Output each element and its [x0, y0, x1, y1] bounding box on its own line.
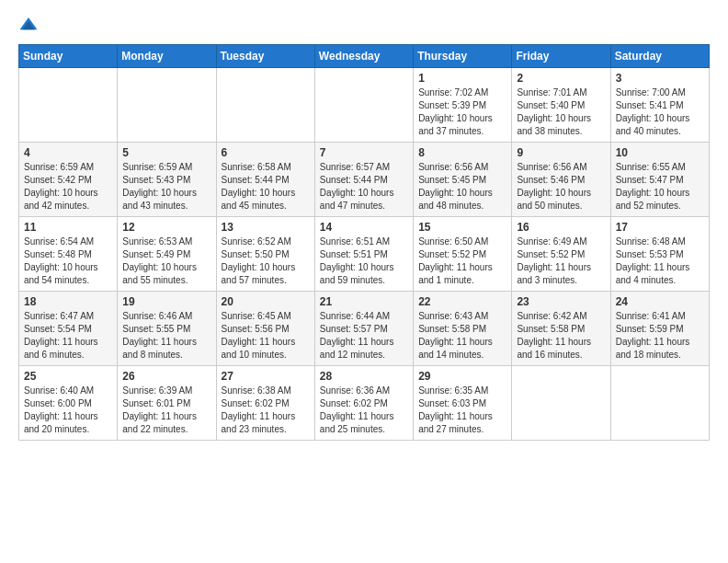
weekday-header-cell: Tuesday [216, 45, 314, 68]
day-info: Sunrise: 7:02 AM Sunset: 5:39 PM Dayligh… [418, 86, 506, 138]
day-number: 26 [122, 370, 210, 383]
day-number: 4 [24, 146, 112, 159]
day-info: Sunrise: 6:59 AM Sunset: 5:42 PM Dayligh… [24, 161, 112, 213]
calendar-cell: 18Sunrise: 6:47 AM Sunset: 5:54 PM Dayli… [19, 292, 118, 366]
calendar-week-row: 25Sunrise: 6:40 AM Sunset: 6:00 PM Dayli… [19, 366, 710, 441]
calendar-cell: 20Sunrise: 6:45 AM Sunset: 5:56 PM Dayli… [216, 292, 314, 366]
day-number: 11 [24, 221, 112, 234]
day-info: Sunrise: 6:56 AM Sunset: 5:45 PM Dayligh… [418, 161, 506, 213]
day-info: Sunrise: 6:48 AM Sunset: 5:53 PM Dayligh… [616, 236, 704, 287]
day-info: Sunrise: 6:45 AM Sunset: 5:56 PM Dayligh… [222, 310, 310, 362]
calendar-body: 1Sunrise: 7:02 AM Sunset: 5:39 PM Daylig… [19, 68, 710, 441]
calendar-cell: 14Sunrise: 6:51 AM Sunset: 5:51 PM Dayli… [314, 217, 413, 292]
day-number: 15 [418, 221, 506, 234]
calendar-cell: 25Sunrise: 6:40 AM Sunset: 6:00 PM Dayli… [19, 366, 118, 441]
day-info: Sunrise: 6:51 AM Sunset: 5:51 PM Dayligh… [320, 236, 408, 287]
calendar-cell: 2Sunrise: 7:01 AM Sunset: 5:40 PM Daylig… [512, 68, 610, 143]
day-info: Sunrise: 6:40 AM Sunset: 6:00 PM Dayligh… [24, 385, 112, 436]
weekday-header-row: SundayMondayTuesdayWednesdayThursdayFrid… [19, 45, 710, 68]
day-number: 5 [122, 146, 210, 159]
calendar-cell: 3Sunrise: 7:00 AM Sunset: 5:41 PM Daylig… [610, 68, 709, 143]
day-number: 6 [222, 146, 310, 159]
calendar-cell: 24Sunrise: 6:41 AM Sunset: 5:59 PM Dayli… [610, 292, 709, 366]
calendar-cell [19, 68, 118, 143]
calendar-table: SundayMondayTuesdayWednesdayThursdayFrid… [18, 44, 710, 441]
day-number: 24 [616, 295, 704, 308]
day-number: 10 [616, 146, 704, 159]
day-info: Sunrise: 6:49 AM Sunset: 5:52 PM Dayligh… [517, 236, 605, 287]
calendar-cell: 28Sunrise: 6:36 AM Sunset: 6:02 PM Dayli… [314, 366, 413, 441]
calendar-cell [118, 68, 216, 143]
calendar-cell: 22Sunrise: 6:43 AM Sunset: 5:58 PM Dayli… [414, 292, 512, 366]
calendar-cell: 11Sunrise: 6:54 AM Sunset: 5:48 PM Dayli… [19, 217, 118, 292]
day-info: Sunrise: 6:53 AM Sunset: 5:49 PM Dayligh… [122, 236, 210, 287]
day-info: Sunrise: 6:56 AM Sunset: 5:46 PM Dayligh… [517, 161, 605, 213]
weekday-header-cell: Wednesday [314, 45, 413, 68]
day-info: Sunrise: 6:39 AM Sunset: 6:01 PM Dayligh… [122, 385, 210, 436]
day-info: Sunrise: 6:47 AM Sunset: 5:54 PM Dayligh… [24, 310, 112, 362]
day-info: Sunrise: 6:46 AM Sunset: 5:55 PM Dayligh… [122, 310, 210, 362]
calendar-cell: 16Sunrise: 6:49 AM Sunset: 5:52 PM Dayli… [512, 217, 610, 292]
day-number: 23 [517, 295, 605, 308]
weekday-header-cell: Monday [118, 45, 216, 68]
day-info: Sunrise: 6:57 AM Sunset: 5:44 PM Dayligh… [320, 161, 408, 213]
calendar-cell: 10Sunrise: 6:55 AM Sunset: 5:47 PM Dayli… [610, 143, 709, 217]
day-number: 9 [517, 146, 605, 159]
day-number: 3 [616, 72, 704, 85]
calendar-cell: 17Sunrise: 6:48 AM Sunset: 5:53 PM Dayli… [610, 217, 709, 292]
day-info: Sunrise: 7:00 AM Sunset: 5:41 PM Dayligh… [616, 86, 704, 138]
day-info: Sunrise: 6:59 AM Sunset: 5:43 PM Dayligh… [122, 161, 210, 213]
day-info: Sunrise: 6:58 AM Sunset: 5:44 PM Dayligh… [222, 161, 310, 213]
day-number: 12 [122, 221, 210, 234]
day-number: 20 [222, 295, 310, 308]
calendar-cell: 26Sunrise: 6:39 AM Sunset: 6:01 PM Dayli… [118, 366, 216, 441]
calendar-cell: 12Sunrise: 6:53 AM Sunset: 5:49 PM Dayli… [118, 217, 216, 292]
day-number: 25 [24, 370, 112, 383]
weekday-header-cell: Sunday [19, 45, 118, 68]
calendar-cell [216, 68, 314, 143]
calendar-cell: 5Sunrise: 6:59 AM Sunset: 5:43 PM Daylig… [118, 143, 216, 217]
day-info: Sunrise: 6:43 AM Sunset: 5:58 PM Dayligh… [418, 310, 506, 362]
header [18, 15, 710, 35]
day-number: 2 [517, 72, 605, 85]
calendar-week-row: 4Sunrise: 6:59 AM Sunset: 5:42 PM Daylig… [19, 143, 710, 217]
calendar-cell: 19Sunrise: 6:46 AM Sunset: 5:55 PM Dayli… [118, 292, 216, 366]
day-number: 22 [418, 295, 506, 308]
weekday-header-cell: Saturday [610, 45, 709, 68]
day-info: Sunrise: 6:52 AM Sunset: 5:50 PM Dayligh… [222, 236, 310, 287]
calendar-cell: 27Sunrise: 6:38 AM Sunset: 6:02 PM Dayli… [216, 366, 314, 441]
day-number: 29 [418, 370, 506, 383]
day-number: 28 [320, 370, 408, 383]
calendar-cell: 21Sunrise: 6:44 AM Sunset: 5:57 PM Dayli… [314, 292, 413, 366]
calendar-cell [610, 366, 709, 441]
calendar-cell: 29Sunrise: 6:35 AM Sunset: 6:03 PM Dayli… [414, 366, 512, 441]
day-info: Sunrise: 6:42 AM Sunset: 5:58 PM Dayligh… [517, 310, 605, 362]
calendar-week-row: 1Sunrise: 7:02 AM Sunset: 5:39 PM Daylig… [19, 68, 710, 143]
day-info: Sunrise: 6:35 AM Sunset: 6:03 PM Dayligh… [418, 385, 506, 436]
day-info: Sunrise: 6:41 AM Sunset: 5:59 PM Dayligh… [616, 310, 704, 362]
day-number: 13 [222, 221, 310, 234]
calendar-cell [512, 366, 610, 441]
day-number: 18 [24, 295, 112, 308]
weekday-header-cell: Thursday [414, 45, 512, 68]
calendar-cell: 9Sunrise: 6:56 AM Sunset: 5:46 PM Daylig… [512, 143, 610, 217]
day-number: 14 [320, 221, 408, 234]
calendar-cell: 7Sunrise: 6:57 AM Sunset: 5:44 PM Daylig… [314, 143, 413, 217]
day-info: Sunrise: 6:54 AM Sunset: 5:48 PM Dayligh… [24, 236, 112, 287]
calendar-cell: 13Sunrise: 6:52 AM Sunset: 5:50 PM Dayli… [216, 217, 314, 292]
day-number: 19 [122, 295, 210, 308]
calendar-cell: 1Sunrise: 7:02 AM Sunset: 5:39 PM Daylig… [414, 68, 512, 143]
logo [18, 15, 42, 35]
day-info: Sunrise: 6:36 AM Sunset: 6:02 PM Dayligh… [320, 385, 408, 436]
day-number: 7 [320, 146, 408, 159]
calendar-week-row: 11Sunrise: 6:54 AM Sunset: 5:48 PM Dayli… [19, 217, 710, 292]
day-number: 1 [418, 72, 506, 85]
day-number: 16 [517, 221, 605, 234]
day-number: 17 [616, 221, 704, 234]
day-number: 27 [222, 370, 310, 383]
calendar-cell: 8Sunrise: 6:56 AM Sunset: 5:45 PM Daylig… [414, 143, 512, 217]
day-info: Sunrise: 6:55 AM Sunset: 5:47 PM Dayligh… [616, 161, 704, 213]
calendar-cell [314, 68, 413, 143]
day-info: Sunrise: 6:38 AM Sunset: 6:02 PM Dayligh… [222, 385, 310, 436]
calendar-cell: 4Sunrise: 6:59 AM Sunset: 5:42 PM Daylig… [19, 143, 118, 217]
